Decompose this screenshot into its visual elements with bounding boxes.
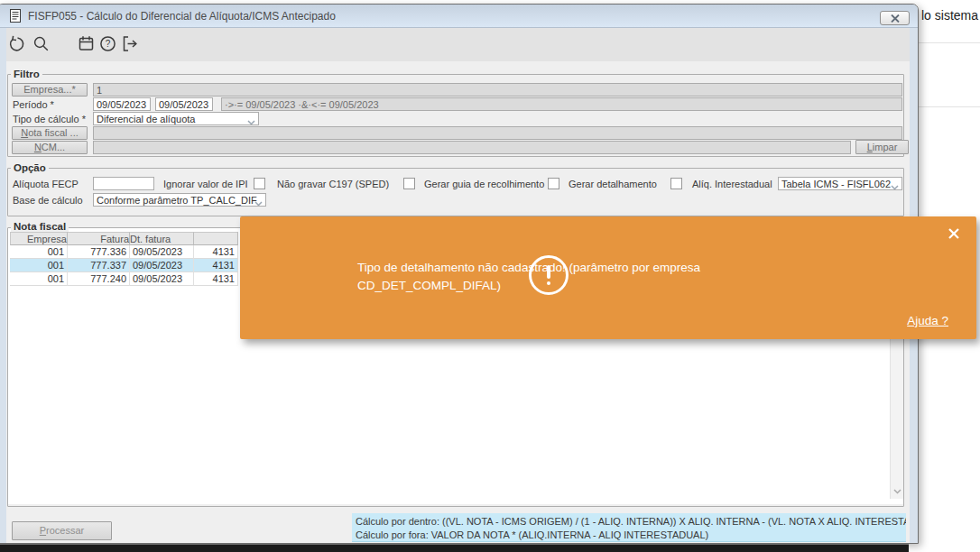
column-header-dt-fatura[interactable]: Dt. fatura bbox=[130, 232, 194, 245]
tipo-calculo-label: Tipo de cálculo * bbox=[13, 114, 86, 124]
opcao-legend: Opção bbox=[11, 162, 49, 173]
column-header-empresa[interactable]: Empresa bbox=[10, 232, 68, 245]
help-icon[interactable]: ? bbox=[99, 35, 117, 53]
bottom-window-edge bbox=[0, 544, 909, 552]
calculation-info-panel: Cálculo por dentro: ((VL. NOTA - ICMS OR… bbox=[352, 513, 906, 542]
scroll-down-icon[interactable] bbox=[892, 485, 903, 498]
warning-toast: Tipo de detalhamento não cadastrado! (pa… bbox=[240, 216, 976, 339]
toast-close-button[interactable] bbox=[946, 225, 962, 242]
aliq-interestadual-label: Alíq. Interestadual bbox=[692, 179, 772, 189]
screen: lo sistema FISFP055 - Cálculo do Diferen… bbox=[0, 0, 980, 552]
nota-fiscal-value-field bbox=[93, 126, 902, 140]
background-divider bbox=[915, 42, 980, 43]
svg-text:?: ? bbox=[106, 39, 111, 49]
tipo-calculo-dropdown[interactable]: Diferencial de alíquota bbox=[93, 112, 259, 125]
base-calculo-dropdown[interactable]: Conforme parâmetro TP_CALC_DIF bbox=[93, 193, 266, 207]
checkbox-gerar-detalhamento[interactable] bbox=[670, 178, 682, 189]
toast-message: Tipo de detalhamento não cadastrado! (pa… bbox=[357, 259, 935, 295]
checkbox-label-guia: Gerar guia de recolhimento bbox=[424, 179, 544, 189]
toolbar bbox=[6, 28, 910, 61]
table-header-row: Empresa Fatura Dt. fatura bbox=[10, 232, 238, 245]
info-line-1: Cálculo por dentro: ((VL. NOTA - ICMS OR… bbox=[356, 515, 906, 529]
limpar-button[interactable]: Limpar bbox=[855, 140, 909, 154]
calendar-icon[interactable] bbox=[78, 35, 96, 53]
processar-button[interactable]: Processar bbox=[12, 521, 112, 540]
nota-fiscal-legend: Nota fiscal bbox=[11, 221, 69, 232]
chevron-down-icon bbox=[254, 198, 263, 203]
nota-fiscal-button[interactable]: Nota fiscal ... bbox=[12, 126, 88, 140]
aliq-interestadual-dropdown[interactable]: Tabela ICMS - FISFL062 bbox=[778, 177, 902, 190]
checkbox-nao-gravar-c197[interactable] bbox=[403, 178, 415, 189]
periodo-to-input[interactable]: 09/05/2023 bbox=[155, 97, 213, 111]
titlebar[interactable]: FISFP055 - Cálculo do Diferencial de Alí… bbox=[0, 5, 918, 28]
document-icon bbox=[8, 8, 23, 27]
aliquota-fecp-label: Alíquota FECP bbox=[13, 179, 79, 189]
background-divider bbox=[915, 106, 980, 107]
close-button[interactable] bbox=[880, 11, 910, 25]
table-row[interactable]: 001 777.240 09/05/2023 4131 bbox=[10, 272, 238, 286]
nota-fiscal-table: Empresa Fatura Dt. fatura 001 777.336 09… bbox=[10, 232, 238, 286]
checkbox-label-ipi: Ignorar valor de IPI bbox=[163, 179, 248, 189]
window-title: FISFP055 - Cálculo do Diferencial de Alí… bbox=[28, 10, 336, 23]
info-line-2: Cálculo por fora: VALOR DA NOTA * (ALIQ.… bbox=[356, 529, 906, 542]
column-header-col4[interactable] bbox=[194, 232, 238, 245]
search-icon[interactable] bbox=[32, 35, 51, 53]
table-row[interactable]: 001 777.336 09/05/2023 4131 bbox=[10, 245, 238, 259]
checkbox-ignorar-ipi[interactable] bbox=[254, 178, 265, 189]
ncm-button[interactable]: NCM... bbox=[12, 141, 88, 154]
close-icon bbox=[891, 14, 900, 23]
exit-icon[interactable] bbox=[121, 35, 139, 53]
close-icon bbox=[948, 227, 960, 240]
empresa-button[interactable]: Empresa...* bbox=[12, 83, 88, 97]
aliquota-fecp-input[interactable] bbox=[93, 177, 154, 190]
chevron-down-icon bbox=[247, 116, 255, 122]
opcao-groupbox bbox=[7, 168, 904, 216]
base-calculo-label: Base de cálculo bbox=[13, 195, 83, 206]
periodo-from-input[interactable]: 09/05/2023 bbox=[93, 97, 151, 111]
background-partial-text: lo sistema bbox=[921, 8, 978, 23]
ncm-value-field bbox=[93, 141, 851, 154]
checkbox-gerar-guia[interactable] bbox=[548, 178, 559, 189]
filtro-legend: Filtro bbox=[11, 69, 42, 79]
periodo-range-text: ·>·= 09/05/2023 ·&·<·= 09/05/2023 bbox=[221, 97, 902, 111]
toast-help-link[interactable]: Ajuda ? bbox=[907, 314, 948, 327]
column-header-fatura[interactable]: Fatura bbox=[68, 232, 130, 245]
checkbox-label-detalhamento: Gerar detalhamento bbox=[569, 179, 657, 189]
undo-icon[interactable] bbox=[7, 35, 25, 53]
table-row-selected[interactable]: 001 777.337 09/05/2023 4131 bbox=[10, 259, 238, 272]
chevron-down-icon bbox=[891, 181, 899, 187]
empresa-value-field: 1 bbox=[93, 83, 902, 97]
checkbox-label-c197: Não gravar C197 (SPED) bbox=[277, 179, 389, 189]
periodo-label: Período * bbox=[13, 99, 54, 110]
